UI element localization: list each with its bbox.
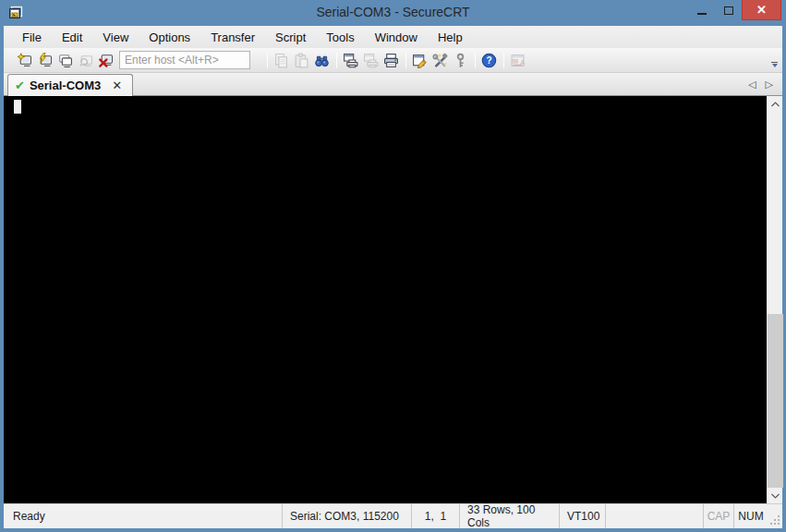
client-area	[4, 96, 782, 503]
status-terminal-size: 33 Rows, 100 Cols	[459, 504, 559, 528]
maximize-button[interactable]	[715, 0, 742, 20]
chevron-up-icon	[771, 102, 780, 107]
window-title: Serial-COM3 - SecureCRT	[0, 0, 786, 26]
menu-item-window[interactable]: Window	[365, 28, 428, 47]
connected-check-icon: ✔	[15, 79, 25, 92]
grip-dots-icon	[770, 515, 780, 526]
menu-item-file[interactable]: File	[12, 28, 52, 47]
help-icon[interactable]: ?	[479, 51, 499, 70]
status-emulation: VT100	[559, 504, 605, 528]
copy-icon	[272, 51, 291, 70]
print-selection-icon	[361, 51, 381, 70]
disconnect-icon[interactable]	[96, 51, 115, 70]
scrollbar	[767, 96, 782, 503]
menu-item-view[interactable]: View	[92, 28, 139, 47]
scrollbar-down-button[interactable]	[768, 488, 783, 503]
maximize-icon	[724, 6, 733, 15]
reconnect-icon	[76, 51, 95, 70]
svg-text:?: ?	[486, 55, 491, 66]
tab-scroll-left-button[interactable]: ◁	[748, 79, 756, 91]
paste-icon	[292, 51, 311, 70]
global-options-icon[interactable]	[430, 51, 450, 70]
tab-close-button[interactable]: ✕	[110, 79, 124, 92]
host-input[interactable]	[119, 51, 250, 69]
titlebar: Serial-COM3 - SecureCRT ✕	[0, 0, 786, 26]
status-caps-lock: CAP	[703, 504, 733, 528]
tabbar: ✔ Serial-COM3 ✕ ◁ ▷	[4, 73, 782, 96]
menubar: File Edit View Options Transfer Script T…	[4, 26, 782, 48]
tab-label: Serial-COM3	[30, 79, 101, 92]
find-icon[interactable]	[312, 51, 332, 70]
statusbar: Ready Serial: COM3, 115200 1, 1 33 Rows,…	[4, 503, 782, 528]
minimize-icon	[697, 13, 707, 15]
connect-dialog-icon[interactable]	[15, 51, 34, 70]
scrollbar-up-button[interactable]	[768, 96, 783, 112]
toolbar-separator	[267, 53, 268, 68]
status-cursor-position: 1, 1	[411, 504, 459, 528]
chevron-down-icon	[772, 64, 778, 67]
session-options-icon[interactable]	[410, 51, 429, 70]
tab-scroll-arrows: ◁ ▷	[748, 73, 773, 96]
status-spacer	[605, 504, 703, 528]
scrollbar-track[interactable]	[768, 112, 783, 488]
toolbar: ? A	[4, 48, 782, 73]
terminal-cursor	[14, 100, 21, 114]
menu-item-script[interactable]: Script	[265, 28, 316, 47]
window-controls: ✕	[688, 0, 781, 20]
close-icon: ✕	[756, 4, 767, 16]
menu-item-edit[interactable]: Edit	[52, 28, 92, 47]
connect-in-tab-icon[interactable]	[55, 51, 75, 70]
chat-window-icon: A	[508, 51, 527, 70]
menu-item-transfer[interactable]: Transfer	[200, 28, 265, 47]
terminal[interactable]	[4, 96, 767, 503]
toolbar-separator	[503, 53, 504, 68]
menu-item-tools[interactable]: Tools	[316, 28, 364, 47]
toolbar-separator	[475, 53, 476, 68]
menu-item-options[interactable]: Options	[139, 28, 200, 47]
print-icon[interactable]	[381, 51, 401, 70]
status-ready: Ready	[4, 504, 282, 528]
securecrt-window: Serial-COM3 - SecureCRT ✕ File Edit View…	[0, 0, 786, 532]
menu-item-help[interactable]: Help	[428, 28, 473, 47]
tab-serial-com3[interactable]: ✔ Serial-COM3 ✕	[7, 74, 133, 96]
print-screen-icon[interactable]	[341, 51, 360, 70]
chevron-down-icon	[771, 493, 780, 499]
minimize-button[interactable]	[688, 0, 715, 20]
toolbar-overflow-button[interactable]	[768, 50, 780, 71]
toolbar-separator	[405, 53, 406, 68]
overflow-line	[771, 62, 778, 63]
key-generator-icon[interactable]	[451, 51, 470, 70]
close-button[interactable]: ✕	[742, 0, 781, 20]
status-connection: Serial: COM3, 115200	[282, 504, 411, 528]
quick-connect-icon[interactable]	[35, 51, 54, 70]
svg-text:A: A	[520, 58, 525, 65]
scrollbar-thumb[interactable]	[768, 314, 783, 488]
resize-grip[interactable]	[768, 504, 782, 528]
tab-scroll-right-button[interactable]: ▷	[766, 79, 773, 91]
status-num-lock: NUM	[733, 504, 768, 528]
toolbar-separator	[336, 53, 337, 68]
